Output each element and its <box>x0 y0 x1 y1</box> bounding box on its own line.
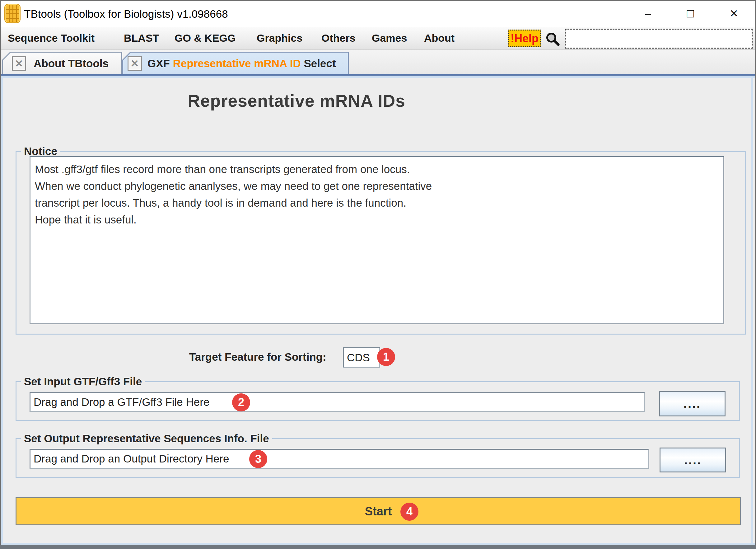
start-button[interactable]: Start 4 <box>16 497 741 525</box>
input-file-group-label: Set Input GTF/Gff3 File <box>21 374 145 389</box>
annotation-badge-4: 4 <box>400 503 418 521</box>
notice-line: Most .gff3/gtf files record more than on… <box>35 161 719 178</box>
titlebar: TBtools (Toolbox for Biologists) v1.0986… <box>1 1 755 27</box>
tab-label-suffix: Select <box>304 57 336 69</box>
notice-line: When we conduct phylogenetic ananlyses, … <box>35 178 719 194</box>
notice-line: Hope that it is useful. <box>35 211 719 228</box>
tab-label: GXF Representative mRNA ID Select <box>147 57 336 70</box>
menu-bar: Sequence Toolkit BLAST GO & KEGG Graphic… <box>1 27 755 50</box>
panel-border-right <box>751 76 753 543</box>
tab-close-icon[interactable]: ✕ <box>128 56 142 71</box>
panel-border-left <box>1 76 3 543</box>
menu-games[interactable]: Games <box>372 27 407 49</box>
annotation-badge-1: 1 <box>377 348 395 366</box>
search-input[interactable] <box>565 29 753 49</box>
minimize-button[interactable]: – <box>634 3 662 24</box>
notice-line: transcript per locus. Thus, a handy tool… <box>35 194 719 211</box>
target-feature-label: Target Feature for Sorting: <box>189 346 326 368</box>
tab-gxf-representative-mrna-id-select[interactable]: ✕ GXF Representative mRNA ID Select <box>122 52 349 74</box>
tab-close-icon[interactable]: ✕ <box>12 56 26 71</box>
help-button[interactable]: !Help <box>508 30 541 47</box>
menu-blast[interactable]: BLAST <box>124 27 159 49</box>
annotation-badge-2: 2 <box>232 393 250 412</box>
input-file-browse-button[interactable]: .... <box>659 391 726 416</box>
window-title: TBtools (Toolbox for Biologists) v1.0986… <box>24 1 228 27</box>
output-file-field[interactable] <box>30 449 649 469</box>
output-file-group-label: Set Output Representative Sequences Info… <box>21 431 272 446</box>
page-title: Representative mRNA IDs <box>0 91 593 111</box>
menu-others[interactable]: Others <box>321 27 356 49</box>
tbtools-logo-icon <box>4 4 21 23</box>
annotation-badge-3: 3 <box>249 450 267 468</box>
tab-bar: ✕ About TBtools ✕ GXF Representative mRN… <box>1 50 755 74</box>
panel-border-top <box>1 76 755 78</box>
tab-label: About TBtools <box>34 57 109 70</box>
maximize-button[interactable]: □ <box>677 3 704 24</box>
menu-about[interactable]: About <box>424 27 455 49</box>
tab-label-highlight: Representative mRNA ID <box>173 57 301 69</box>
target-feature-input[interactable] <box>343 347 380 368</box>
menu-go-kegg[interactable]: GO & KEGG <box>175 27 236 49</box>
tab-about-tbtools[interactable]: ✕ About TBtools <box>2 52 122 74</box>
tab-label-prefix: GXF <box>147 57 170 69</box>
close-button[interactable]: ✕ <box>720 3 748 24</box>
output-file-browse-button[interactable]: .... <box>660 448 726 472</box>
window-bottom-edge <box>0 545 756 549</box>
notice-textarea[interactable]: Most .gff3/gtf files record more than on… <box>30 156 724 324</box>
start-button-label: Start <box>365 505 392 518</box>
menu-sequence-toolkit[interactable]: Sequence Toolkit <box>8 27 95 49</box>
search-icon[interactable] <box>545 31 560 47</box>
input-file-field[interactable] <box>30 392 645 412</box>
menu-graphics[interactable]: Graphics <box>257 27 302 49</box>
